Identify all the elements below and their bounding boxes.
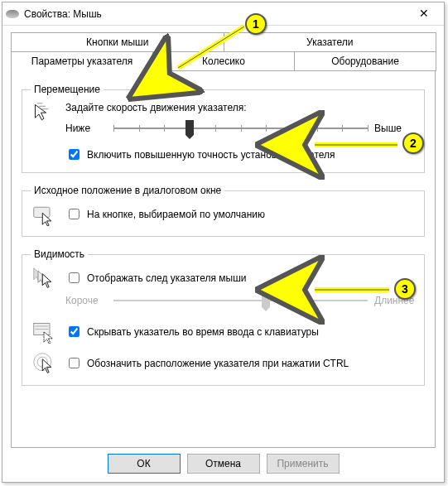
motion-group: Перемещение Задайте скорость движения ук… (22, 84, 425, 173)
hide-typing-checkbox[interactable]: Скрывать указатель во время ввода с клав… (65, 324, 319, 339)
svg-rect-0 (34, 207, 50, 217)
properties-dialog: Свойства: Мышь ✕ Кнопки мыши Указатели П… (2, 2, 445, 483)
speed-slow-label: Ниже (65, 123, 107, 134)
locate-ctrl-checkbox[interactable]: Обозначить расположение указателя при на… (65, 355, 349, 371)
locate-ctrl-input[interactable] (69, 358, 79, 368)
snapto-legend: Исходное положение в диалоговом окне (31, 185, 224, 196)
tab-wheel[interactable]: Колесико (152, 51, 295, 71)
trail-slider-thumb (262, 292, 270, 307)
hide-typing-input[interactable] (69, 326, 79, 337)
tab-hardware[interactable]: Оборудование (294, 51, 436, 71)
tab-control: Кнопки мыши Указатели Параметры указател… (2, 26, 444, 448)
snapto-group: Исходное положение в диалоговом окне На … (22, 185, 425, 237)
pointer-trail-icon (32, 267, 55, 290)
cancel-button[interactable]: Отмена (187, 454, 260, 474)
mouse-device-icon (6, 10, 19, 18)
tab-buttons[interactable]: Кнопки мыши (11, 32, 224, 51)
titlebar[interactable]: Свойства: Мышь ✕ (2, 2, 444, 26)
motion-legend: Перемещение (31, 84, 104, 95)
window-title: Свойства: Мышь (24, 8, 407, 20)
tab-pointers[interactable]: Указатели (224, 32, 437, 51)
snapto-checkbox[interactable]: На кнопке, выбираемой по умолчанию (65, 206, 265, 222)
visibility-group: Видимость Отображать след указателя мыши (22, 248, 425, 386)
trail-long-label: Длиннее (374, 295, 416, 306)
hide-pointer-icon (32, 320, 55, 344)
motion-label: Задайте скорость движения указателя: (65, 102, 416, 113)
trail-short-label: Короче (65, 295, 107, 306)
tab-panel: Перемещение Задайте скорость движения ук… (11, 70, 436, 448)
close-button[interactable]: ✕ (407, 5, 441, 23)
speed-slider-thumb[interactable] (185, 120, 194, 135)
trail-slider (113, 291, 368, 310)
enhance-precision-input[interactable] (69, 149, 79, 160)
enhance-precision-checkbox[interactable]: Включить повышенную точность установки у… (65, 147, 335, 162)
pointer-speed-icon (32, 102, 55, 125)
trail-checkbox[interactable]: Отображать след указателя мыши (65, 270, 247, 286)
snap-to-icon (32, 203, 55, 226)
snapto-input[interactable] (69, 209, 79, 219)
locate-pointer-icon (32, 352, 55, 375)
speed-fast-label: Выше (374, 123, 416, 134)
visibility-legend: Видимость (31, 248, 88, 260)
trail-input[interactable] (69, 272, 79, 283)
apply-button[interactable]: Применить (267, 454, 340, 474)
ok-button[interactable]: ОК (108, 454, 181, 474)
speed-slider[interactable] (113, 118, 368, 138)
dialog-buttons: ОК Отмена Применить (2, 454, 444, 474)
tab-pointer-options[interactable]: Параметры указателя (11, 51, 153, 71)
